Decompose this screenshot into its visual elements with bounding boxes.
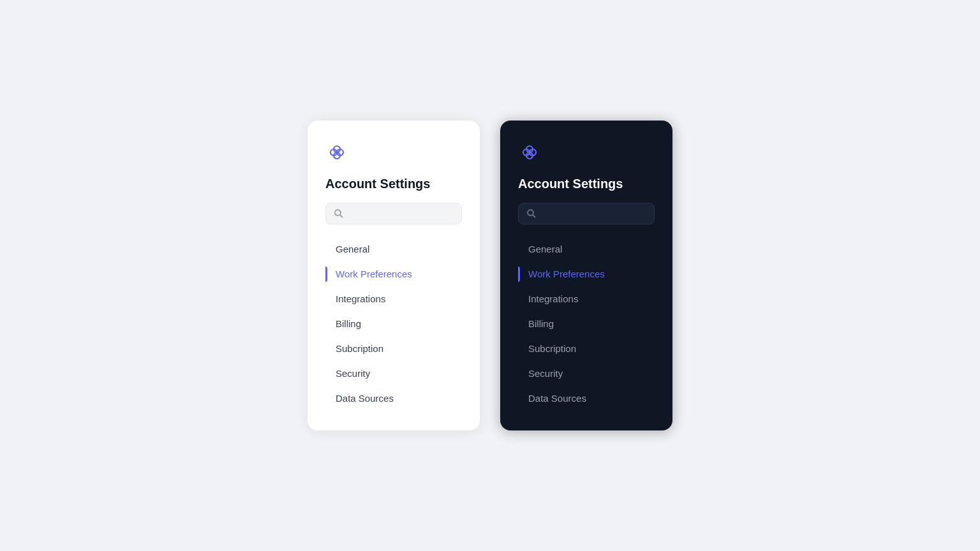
svg-line-5	[340, 215, 343, 217]
light-panel: Account Settings General Work Preference…	[308, 121, 480, 430]
search-icon	[334, 209, 344, 219]
dark-nav-work-preferences[interactable]: Work Preferences	[518, 262, 655, 286]
dark-nav-list: General Work Preferences Integrations Bi…	[518, 237, 655, 410]
panels-container: Account Settings General Work Preference…	[308, 121, 672, 430]
dark-nav-integrations[interactable]: Integrations	[518, 287, 655, 311]
light-search-box[interactable]	[325, 203, 462, 224]
light-nav-billing[interactable]: Billing	[325, 312, 462, 335]
dark-nav-subcription[interactable]: Subcription	[518, 337, 655, 360]
light-nav-general[interactable]: General	[325, 237, 462, 261]
svg-point-4	[335, 210, 341, 216]
light-panel-title: Account Settings	[325, 177, 462, 191]
light-nav-list: General Work Preferences Integrations Bi…	[325, 237, 462, 410]
dark-nav-data-sources[interactable]: Data Sources	[518, 386, 655, 410]
dark-nav-billing[interactable]: Billing	[518, 312, 655, 335]
search-input[interactable]	[349, 209, 461, 219]
dark-logo-icon	[518, 141, 541, 164]
dark-search-box[interactable]	[518, 203, 655, 224]
dark-panel-title: Account Settings	[518, 177, 655, 191]
logo-icon	[325, 141, 348, 164]
light-nav-work-preferences[interactable]: Work Preferences	[325, 262, 462, 286]
dark-nav-general[interactable]: General	[518, 237, 655, 261]
light-nav-data-sources[interactable]: Data Sources	[325, 386, 462, 410]
dark-panel: Account Settings General Work Preference…	[500, 121, 672, 430]
light-nav-security[interactable]: Security	[325, 362, 462, 385]
light-nav-subcription[interactable]: Subcription	[325, 337, 462, 360]
svg-line-11	[533, 215, 535, 217]
svg-point-10	[528, 210, 533, 216]
dark-search-icon	[526, 209, 537, 219]
dark-nav-security[interactable]: Security	[518, 362, 655, 385]
dark-search-input[interactable]	[542, 209, 653, 219]
light-nav-integrations[interactable]: Integrations	[325, 287, 462, 311]
